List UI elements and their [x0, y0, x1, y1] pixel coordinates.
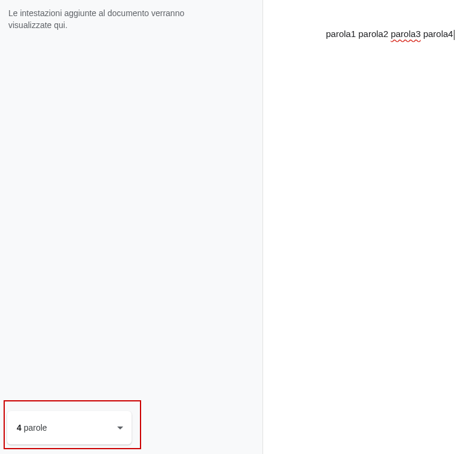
- document-text-line[interactable]: parola1 parola2 parola3 parola4: [326, 29, 454, 39]
- word-count-dropdown[interactable]: 4 parole: [7, 411, 132, 444]
- document-word[interactable]: parola2: [358, 29, 388, 39]
- document-canvas[interactable]: parola1 parola2 parola3 parola4: [264, 0, 476, 454]
- document-word[interactable]: parola3: [390, 29, 420, 39]
- outline-empty-hint: Le intestazioni aggiunte al documento ve…: [0, 0, 197, 32]
- document-word[interactable]: parola1: [326, 29, 356, 39]
- chevron-down-icon: [117, 427, 123, 430]
- word-count-label: 4 parole: [17, 423, 47, 432]
- text-cursor: [454, 30, 454, 40]
- word-count-number: 4: [17, 423, 22, 432]
- document-word[interactable]: parola4: [423, 29, 453, 39]
- word-count-unit: parole: [24, 423, 47, 432]
- outline-sidebar: Le intestazioni aggiunte al documento ve…: [0, 0, 263, 454]
